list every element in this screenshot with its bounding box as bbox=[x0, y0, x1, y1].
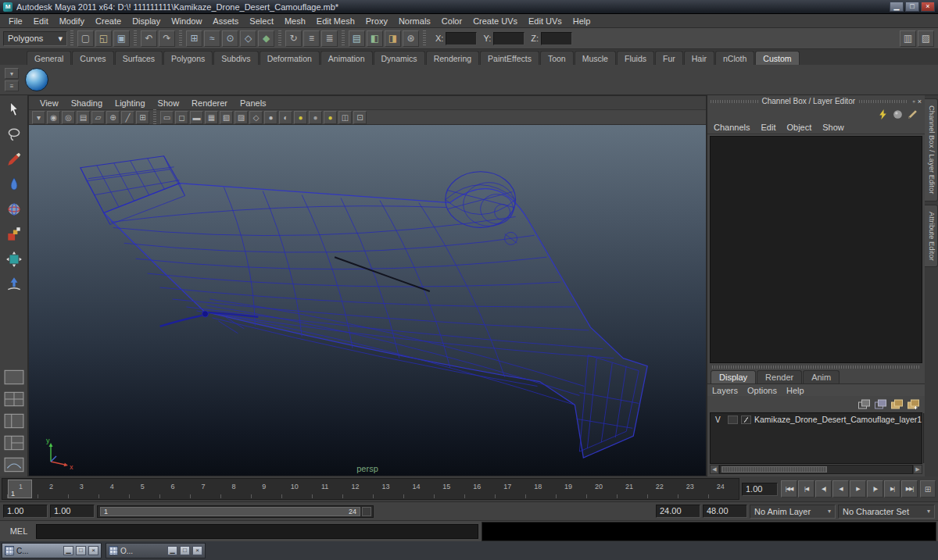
camera-attributes-icon[interactable]: ◎ bbox=[62, 111, 75, 124]
animation-start-field[interactable]: 1.00 bbox=[3, 505, 48, 518]
grease-pencil-icon[interactable]: ╱ bbox=[121, 111, 134, 124]
isolate-select-icon[interactable]: ⊡ bbox=[353, 111, 367, 124]
channel-box-menu-item[interactable]: Channels bbox=[714, 123, 750, 132]
menu-item[interactable]: Create bbox=[90, 15, 127, 27]
range-end-handle[interactable] bbox=[362, 507, 371, 516]
make-live-icon[interactable]: ◆ bbox=[258, 30, 274, 47]
curve-editor-layout-button[interactable] bbox=[2, 455, 26, 475]
open-scene-icon[interactable]: ◱ bbox=[95, 30, 112, 47]
create-empty-layer-icon[interactable] bbox=[890, 399, 904, 410]
menu-item[interactable]: Edit bbox=[28, 15, 54, 27]
minimize-button[interactable]: ▁ bbox=[890, 2, 904, 12]
divider[interactable] bbox=[342, 30, 345, 46]
menu-item[interactable]: Color bbox=[436, 15, 467, 27]
scrollbar-thumb[interactable] bbox=[721, 466, 827, 473]
layer-editor-tab[interactable]: Render bbox=[757, 370, 802, 383]
tab-maximize-button[interactable]: □ bbox=[180, 546, 190, 555]
render-settings-icon[interactable]: ⊛ bbox=[403, 30, 419, 47]
pan-zoom-icon[interactable]: ⊕ bbox=[106, 111, 120, 124]
step-forward-key-button[interactable]: |▶ bbox=[867, 480, 883, 498]
select-camera-icon[interactable]: ▾ bbox=[32, 111, 45, 124]
ipr-render-icon[interactable]: ◨ bbox=[385, 30, 401, 47]
soft-select-tool[interactable] bbox=[2, 173, 26, 196]
drag-handle[interactable] bbox=[859, 100, 907, 103]
persp-outliner-layout-button[interactable] bbox=[2, 411, 26, 431]
current-time-field[interactable]: 1.00 bbox=[742, 483, 778, 496]
construction-history-icon[interactable]: ↻ bbox=[285, 30, 302, 47]
menu-item[interactable]: File bbox=[3, 15, 28, 27]
menu-item[interactable]: Mesh bbox=[279, 15, 311, 27]
shelf-tab[interactable]: Fur bbox=[655, 51, 683, 65]
channel-box-menu-item[interactable]: Edit bbox=[761, 123, 775, 132]
persp-split-layout-button[interactable] bbox=[2, 433, 26, 453]
paint-selection-tool[interactable] bbox=[2, 148, 26, 171]
menu-item[interactable]: Modify bbox=[54, 15, 90, 27]
menu-item[interactable]: Edit Mesh bbox=[311, 15, 360, 27]
tab-minimize-button[interactable]: ▁ bbox=[167, 546, 177, 555]
shelf-tab[interactable]: Dynamics bbox=[374, 51, 425, 65]
menu-item[interactable]: Window bbox=[166, 15, 207, 27]
shelf-tab[interactable]: Surfaces bbox=[115, 51, 163, 65]
close-panel-icon[interactable]: × bbox=[918, 98, 922, 105]
default-light-icon[interactable]: ● bbox=[309, 111, 322, 124]
grid-toggle-icon[interactable]: ⊞ bbox=[136, 111, 149, 124]
close-button[interactable]: × bbox=[921, 2, 935, 12]
shaded-mode-icon[interactable]: ● bbox=[264, 111, 277, 124]
divider[interactable] bbox=[70, 30, 73, 46]
shelf-tab[interactable]: Polygons bbox=[163, 51, 213, 65]
x-coord-input[interactable] bbox=[446, 32, 477, 45]
manip-speed-icon[interactable] bbox=[877, 109, 889, 120]
command-result-area[interactable] bbox=[482, 522, 936, 541]
panel-menu-item[interactable]: Panels bbox=[234, 97, 273, 109]
selection-mode-dropdown[interactable]: Polygons▾ bbox=[3, 31, 67, 46]
shelf-tab[interactable]: Hair bbox=[684, 51, 714, 65]
play-backwards-button[interactable]: ◀ bbox=[832, 480, 849, 498]
menu-item[interactable]: Create UVs bbox=[467, 15, 523, 27]
lock-camera-icon[interactable]: ◉ bbox=[47, 111, 60, 124]
shelf-tab[interactable]: Curves bbox=[72, 51, 113, 65]
shelf-tab[interactable]: PaintEffects bbox=[480, 51, 539, 65]
snap-to-grid-icon[interactable]: ⊞ bbox=[186, 30, 202, 47]
textured-mode-icon[interactable]: ◐ bbox=[279, 111, 292, 124]
layer-editor-tab[interactable]: Display bbox=[711, 370, 756, 383]
snap-to-plane-icon[interactable]: ◇ bbox=[240, 30, 256, 47]
manip-ball-icon[interactable] bbox=[892, 109, 904, 120]
lasso-tool[interactable] bbox=[2, 123, 26, 146]
use-all-lights-icon[interactable]: ● bbox=[294, 111, 307, 124]
anim-layer-dropdown[interactable]: No Anim Layer▾ bbox=[750, 505, 836, 519]
mel-command-input[interactable] bbox=[36, 524, 478, 539]
shelf-tab[interactable]: nCloth bbox=[715, 51, 754, 65]
four-pane-layout-button[interactable] bbox=[2, 389, 26, 409]
resolution-gate-icon[interactable]: ◻ bbox=[175, 111, 188, 124]
scroll-right-icon[interactable]: ▶ bbox=[913, 465, 922, 474]
play-forwards-button[interactable]: ▶ bbox=[850, 480, 866, 498]
menu-item[interactable]: Assets bbox=[207, 15, 244, 27]
shelf-tab[interactable]: Toon bbox=[540, 51, 574, 65]
xray-icon[interactable]: ◫ bbox=[338, 111, 352, 124]
redo-icon[interactable]: ↷ bbox=[159, 30, 175, 47]
shelf-tab-popup-icon[interactable]: ▾ bbox=[5, 68, 19, 79]
outputs-icon[interactable]: ≣ bbox=[321, 30, 338, 47]
field-chart-icon[interactable]: ▦ bbox=[205, 111, 218, 124]
tab-close-button[interactable]: × bbox=[192, 546, 202, 555]
safe-title-icon[interactable]: ▨ bbox=[234, 111, 248, 124]
tab-minimize-button[interactable]: ▁ bbox=[63, 546, 73, 555]
shelf-tab[interactable]: Muscle bbox=[575, 51, 616, 65]
shelf-tab[interactable]: Animation bbox=[320, 51, 373, 65]
drag-handle[interactable] bbox=[712, 366, 920, 369]
layer-editor-menu-item[interactable]: Layers bbox=[712, 386, 738, 395]
divider[interactable] bbox=[134, 30, 137, 46]
drag-handle[interactable] bbox=[711, 100, 758, 103]
viewport-panel[interactable]: ViewShadingLightingShowRendererPanels ▾◉… bbox=[28, 95, 707, 476]
universal-manipulator-tool[interactable] bbox=[2, 248, 26, 271]
shelf-tab[interactable]: General bbox=[27, 51, 71, 65]
playback-end-field[interactable]: 24.00 bbox=[656, 505, 700, 518]
tab-close-button[interactable]: × bbox=[88, 546, 98, 555]
new-scene-icon[interactable]: ▢ bbox=[77, 30, 94, 47]
select-tool[interactable] bbox=[2, 98, 26, 121]
layer-editor-menu-item[interactable]: Help bbox=[786, 386, 804, 395]
range-slider[interactable]: 1 24 bbox=[97, 505, 374, 518]
rotate-tool[interactable] bbox=[2, 198, 26, 221]
go-to-start-button[interactable]: |◀◀ bbox=[781, 480, 797, 498]
shelf-tab[interactable]: Custom bbox=[755, 51, 799, 65]
